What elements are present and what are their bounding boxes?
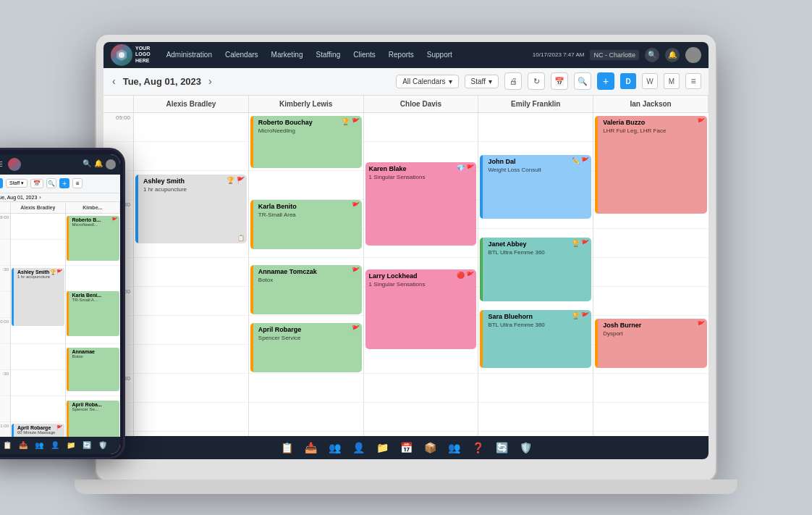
appt-sara-bluehorn[interactable]: Sara Bluehorn BTL Ultra Femme 360 🏆 🚩 [480, 310, 591, 368]
menu-button[interactable]: ≡ [685, 73, 701, 89]
appt-april-robarge-kimberly[interactable]: April Robarge Spencer Service 🚩 [250, 323, 362, 372]
staff-header-alexis: Alexis Bradley [134, 96, 249, 112]
phone-search-icon[interactable]: 🔍 [83, 159, 91, 169]
phone-col-kimberly: Roberto B... MicroNeedl... 🚩 Karla Beni.… [66, 214, 121, 437]
phone-cal-header: Alexis Bradley Kimbe... [0, 202, 120, 214]
datetime-display: 10/17/2023 7:47 AM [533, 51, 585, 58]
print-button[interactable]: 🖨 [504, 72, 522, 90]
prev-date-button[interactable]: ‹ [111, 74, 117, 88]
calendar-header-row: Alexis Bradley Kimberly Lewis Chloe Davi… [103, 96, 709, 113]
phone-avatar[interactable] [106, 159, 116, 169]
month-view-button[interactable]: M [664, 73, 680, 89]
bottom-icon-5[interactable]: 📁 [376, 442, 389, 453]
laptop-frame: YOUR LOGO HERE Administration Calendars … [95, 33, 717, 482]
location-selector[interactable]: NC - Charlotte [590, 50, 639, 60]
staff-header-kimberly: Kimberly Lewis [249, 96, 364, 112]
calendar-toolbar: ‹ Tue, Aug 01, 2023 › All Calendars ▾ St… [103, 68, 709, 96]
phone-time-col: 09:00 :30 10:00 :30 11:00 :30 [0, 214, 11, 437]
user-avatar[interactable] [685, 47, 701, 63]
appt-annamae-tomczak[interactable]: Annamae Tomczak Botox 🚩 [250, 265, 362, 314]
day-view-button[interactable]: D [620, 73, 636, 89]
phone-nav-icons: 🔍 🔔 [83, 159, 116, 169]
appt-valeria-buzzo[interactable]: Valeria Buzzo LHR Full Leg, LHR Face 🚩 [595, 116, 707, 214]
phone-btm-2[interactable]: 📥 [19, 441, 28, 449]
bottom-icon-6[interactable]: 📅 [400, 442, 413, 453]
add-appointment-button[interactable]: + [597, 72, 614, 90]
bottom-icon-9[interactable]: ❓ [472, 442, 484, 453]
phone-btm-4[interactable]: 👤 [51, 441, 59, 449]
phone-appt-april-robarge-phone[interactable]: April Robarge 60 Minute Massage 🚩 [12, 424, 64, 437]
phone-date-nav: ‹ Tue, Aug 01, 2023 › [0, 193, 120, 202]
phone-staff-filter[interactable]: Staff ▾ [6, 179, 28, 188]
logo-area: YOUR LOGO HERE [111, 44, 151, 66]
refresh-button[interactable]: ↻ [528, 72, 545, 90]
phone-search-cal[interactable]: 🔍 [46, 178, 56, 188]
phone-appt-annamae-phone[interactable]: Annamae Botox [67, 348, 120, 391]
calendar-view-button[interactable]: 📅 [551, 72, 568, 90]
nav-calendars[interactable]: Calendars [219, 48, 264, 62]
phone-btm-7[interactable]: 🛡️ [98, 441, 107, 449]
phone-btm-1[interactable]: 📋 [3, 441, 12, 449]
nav-support[interactable]: Support [421, 48, 458, 62]
appt-karla-benito[interactable]: Karla Benito TR-Small Area 🚩 [250, 200, 362, 249]
phone-cal-toolbar: D Staff ▾ 📅 🔍 + ≡ [0, 175, 120, 193]
phone-time-header [0, 202, 11, 213]
main-nav: Administration Calendars Marketing Staff… [161, 48, 533, 62]
appt-karen-blake[interactable]: Karen Blake 1 Singular Sensations 💎 🚩 [365, 162, 477, 246]
bottom-icon-7[interactable]: 📦 [424, 442, 436, 453]
nav-marketing[interactable]: Marketing [266, 48, 309, 62]
phone-btm-6[interactable]: 🔄 [83, 441, 91, 449]
appt-larry-lockhead[interactable]: Larry Lockhead 1 Singular Sensations 🔴 🚩 [365, 269, 477, 349]
bottom-icon-2[interactable]: 📥 [305, 442, 317, 453]
appt-josh-burner[interactable]: Josh Burner Dysport 🚩 [595, 319, 707, 368]
phone-appt-april-kimberly-phone[interactable]: April Roba... Spencer Se... [67, 401, 120, 437]
bottom-icon-1[interactable]: 📋 [281, 442, 293, 453]
appt-ashley-smith[interactable]: Ashley Smith 1 hr acupuncture 🏆 🚩 📋 [135, 175, 247, 243]
nav-staffing[interactable]: Staffing [310, 48, 346, 62]
bottom-icon-10[interactable]: 🔄 [496, 442, 508, 453]
appt-john-dal[interactable]: John Dal Weight Loss Consult ✏️ 🚩 [480, 155, 591, 219]
phone-day-view[interactable]: D [0, 178, 3, 188]
notification-icon-btn[interactable]: 🔔 [665, 48, 680, 62]
calendar-grid: Alexis Bradley Kimberly Lewis Chloe Davi… [103, 96, 709, 436]
phone-notif-icon[interactable]: 🔔 [94, 159, 103, 169]
staff-filter-dropdown[interactable]: Staff ▾ [465, 75, 499, 88]
appt-janet-abbey[interactable]: Janet Abbey BTL Ultra Femme 360 🏆 🚩 [480, 238, 591, 301]
search-cal-button[interactable]: 🔍 [574, 72, 591, 90]
phone-appt-roberto[interactable]: Roberto B... MicroNeedl... 🚩 [67, 216, 120, 261]
staff-col-alexis: Ashley Smith 1 hr acupuncture 🏆 🚩 📋 [134, 113, 249, 436]
bottom-icon-11[interactable]: 🛡️ [520, 442, 532, 453]
phone-appt-karla-phone[interactable]: Karla Beni... TR-Small A... [67, 291, 120, 336]
phone-add-btn[interactable]: + [59, 178, 69, 188]
phone-col-alexis: Ashley Smith 1 hr acupuncture 🏆🚩 April R… [11, 214, 66, 437]
phone-cal-icon[interactable]: 📅 [30, 179, 43, 188]
all-calendars-dropdown[interactable]: All Calendars ▾ [396, 75, 458, 88]
nav-administration[interactable]: Administration [161, 48, 218, 62]
staff-header-ian: Ian Jackson [593, 96, 709, 112]
bottom-icon-4[interactable]: 👤 [352, 442, 365, 453]
time-column-header [103, 96, 134, 112]
phone-screen: ☰ 🔍 🔔 D Staff ▾ 📅 🔍 + ≡ ‹ Tue, Aug 01, [0, 154, 120, 454]
phone-menu-icon[interactable]: ☰ [0, 159, 5, 170]
phone-appt-ashley[interactable]: Ashley Smith 1 hr acupuncture 🏆🚩 [12, 268, 64, 326]
nav-reports[interactable]: Reports [383, 48, 420, 62]
next-date-button[interactable]: › [207, 74, 213, 88]
phone-menu-cal[interactable]: ≡ [72, 178, 83, 188]
phone-btm-3[interactable]: 👥 [35, 441, 43, 449]
laptop-screen: YOUR LOGO HERE Administration Calendars … [103, 42, 709, 459]
appt-roberto-bouchay[interactable]: Roberto Bouchay MicroNeedling 🏆 🚩 [250, 116, 362, 168]
week-view-button[interactable]: W [642, 73, 658, 89]
phone-date-display: Tue, Aug 01, 2023 [0, 195, 37, 200]
phone-frame: ☰ 🔍 🔔 D Staff ▾ 📅 🔍 + ≡ ‹ Tue, Aug 01, [0, 148, 125, 459]
nav-clients[interactable]: Clients [347, 48, 381, 62]
phone-btm-5[interactable]: 📁 [67, 441, 75, 449]
staff-header-chloe: Chloe Davis [364, 96, 479, 112]
phone-alexis-header: Alexis Bradley [11, 202, 66, 213]
bottom-icon-3[interactable]: 👥 [329, 442, 341, 453]
phone-next-date[interactable]: › [39, 195, 41, 200]
phone-logo [8, 158, 21, 171]
bottom-icon-8[interactable]: 👥 [448, 442, 460, 453]
search-icon-btn[interactable]: 🔍 [645, 48, 659, 62]
logo-text: YOUR LOGO HERE [135, 46, 151, 64]
top-right-area: 10/17/2023 7:47 AM NC - Charlotte 🔍 🔔 [533, 47, 701, 63]
